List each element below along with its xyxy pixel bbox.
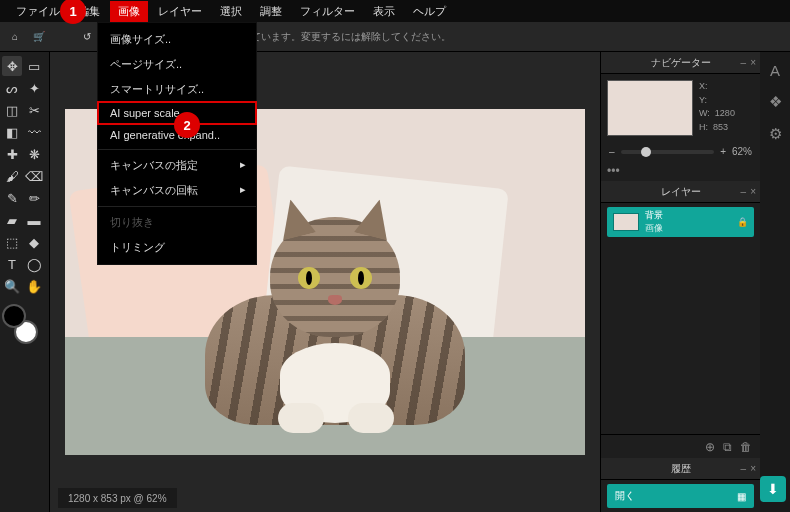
home-icon[interactable]: ⌂ xyxy=(8,30,22,44)
pencil-tool[interactable]: ✏ xyxy=(24,188,44,208)
gradient-tool[interactable]: ▬ xyxy=(24,210,44,230)
menubar: ファイル編集画像レイヤー選択調整フィルター表示ヘルプ xyxy=(0,0,790,22)
zoom-value: 62% xyxy=(732,146,752,157)
history-item[interactable]: 開く ▦ xyxy=(607,484,754,508)
menu-item[interactable]: トリミング xyxy=(98,235,256,260)
close-icon[interactable]: × xyxy=(750,463,756,474)
marquee-tool[interactable]: ▭ xyxy=(24,56,44,76)
layers-panel-title: レイヤー –× xyxy=(601,181,760,203)
adjust-panel-icon[interactable]: ⚙ xyxy=(769,125,782,143)
minimize-icon[interactable]: – xyxy=(741,57,747,68)
menu-item[interactable]: ページサイズ.. xyxy=(98,52,256,77)
download-button[interactable]: ⬇ xyxy=(760,476,786,502)
layer-name: 背景 xyxy=(645,209,663,222)
menu-調整[interactable]: 調整 xyxy=(252,1,290,22)
right-panels: ナビゲーター –× X: Y: W: 1280 H: 853 – + 6 xyxy=(600,52,760,512)
text-tool[interactable]: T xyxy=(2,254,22,274)
navigator-thumbnail[interactable] xyxy=(607,80,693,136)
adjust-tool[interactable]: ◧ xyxy=(2,122,22,142)
move-tool[interactable]: ✥ xyxy=(2,56,22,76)
menu-選択[interactable]: 選択 xyxy=(212,1,250,22)
eraser-tool[interactable]: ⌫ xyxy=(24,166,44,186)
lock-icon[interactable]: 🔒 xyxy=(737,217,748,227)
minimize-icon[interactable]: – xyxy=(741,186,747,197)
minimize-icon[interactable]: – xyxy=(741,463,747,474)
shape1-tool[interactable]: ⬚ xyxy=(2,232,22,252)
cut-tool[interactable]: ✂ xyxy=(24,100,44,120)
image-menu-dropdown: 画像サイズ..ページサイズ..スマートリサイズ..AI super scale.… xyxy=(97,22,257,265)
menu-表示[interactable]: 表示 xyxy=(365,1,403,22)
layer-type: 画像 xyxy=(645,222,663,235)
zoom-slider[interactable] xyxy=(621,150,715,154)
fg-color[interactable] xyxy=(2,304,26,328)
hand-tool[interactable]: ✋ xyxy=(24,276,44,296)
lasso-tool[interactable]: ᔕ xyxy=(2,78,22,98)
navigator-panel-title: ナビゲーター –× xyxy=(601,52,760,74)
brush-tool[interactable]: 🖌 xyxy=(2,166,22,186)
close-icon[interactable]: × xyxy=(750,186,756,197)
tutorial-step-2: 2 xyxy=(174,112,200,138)
shape-tool[interactable]: ◯ xyxy=(24,254,44,274)
history-state-icon: ▦ xyxy=(737,491,746,502)
text-panel-icon[interactable]: A xyxy=(770,62,780,79)
crop-tool[interactable]: ◫ xyxy=(2,100,22,120)
layer-row[interactable]: 背景 画像 🔒 xyxy=(607,207,754,237)
menu-ファイル[interactable]: ファイル xyxy=(8,1,68,22)
extra-rail: A ❖ ⚙ xyxy=(760,52,790,512)
layers-panel-icon[interactable]: ❖ xyxy=(769,93,782,111)
delete-layer-icon[interactable]: 🗑 xyxy=(740,440,752,454)
zoom-out-button[interactable]: – xyxy=(609,146,615,157)
history-panel-title: 履歴 –× xyxy=(601,458,760,480)
status-bar: 1280 x 853 px @ 62% xyxy=(58,488,177,508)
layer-options-icon[interactable]: ••• xyxy=(607,164,620,178)
fill-tool[interactable]: ▰ xyxy=(2,210,22,230)
menu-フィルター[interactable]: フィルター xyxy=(292,1,363,22)
shape2-tool[interactable]: ◆ xyxy=(24,232,44,252)
color-swatches[interactable] xyxy=(2,304,42,344)
menu-item[interactable]: 画像サイズ.. xyxy=(98,27,256,52)
menu-ヘルプ[interactable]: ヘルプ xyxy=(405,1,454,22)
menu-レイヤー[interactable]: レイヤー xyxy=(150,1,210,22)
menu-item[interactable]: キャンバスの回転 xyxy=(98,178,256,203)
heal-tool[interactable]: ✚ xyxy=(2,144,22,164)
add-layer-icon[interactable]: ⊕ xyxy=(705,440,715,454)
cart-icon[interactable]: 🛒 xyxy=(32,30,46,44)
undo-icon[interactable]: ↺ xyxy=(80,30,94,44)
liquify-tool[interactable]: 〰 xyxy=(24,122,44,142)
layers-list: 背景 画像 🔒 xyxy=(601,203,760,434)
duplicate-layer-icon[interactable]: ⧉ xyxy=(723,440,732,454)
effects-tool[interactable]: ❋ xyxy=(24,144,44,164)
navigator-info: X: Y: W: 1280 H: 853 xyxy=(699,80,735,136)
menu-item[interactable]: スマートリサイズ.. xyxy=(98,77,256,102)
close-icon[interactable]: × xyxy=(750,57,756,68)
zoom-in-button[interactable]: + xyxy=(720,146,726,157)
menu-item: 切り抜き xyxy=(98,210,256,235)
menu-item[interactable]: キャンバスの指定 xyxy=(98,153,256,178)
zoom-tool[interactable]: 🔍 xyxy=(2,276,22,296)
layer-thumbnail xyxy=(613,213,639,231)
wand-tool[interactable]: ✦ xyxy=(24,78,44,98)
menu-画像[interactable]: 画像 xyxy=(110,1,148,22)
pen-tool[interactable]: ✎ xyxy=(2,188,22,208)
tool-sidebar: ✥ ▭ ᔕ ✦ ◫ ✂ ◧ 〰 ✚ ❋ 🖌 ⌫ ✎ ✏ ▰ ▬ ⬚ ◆ T ◯ … xyxy=(0,52,50,512)
